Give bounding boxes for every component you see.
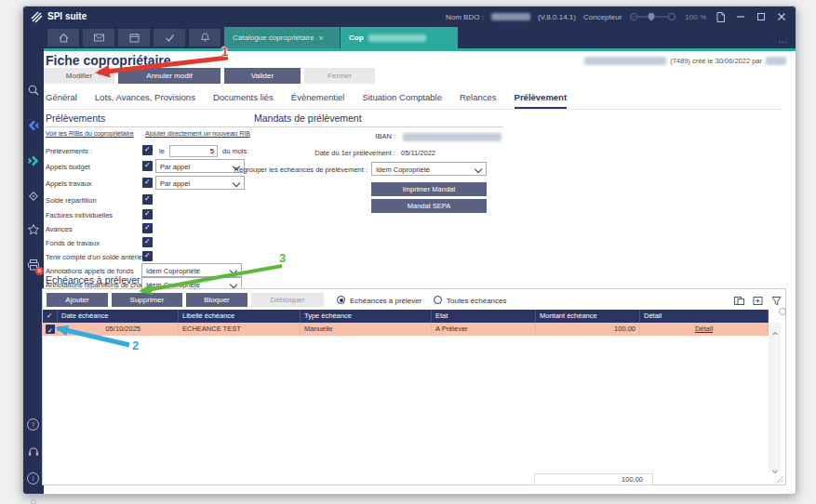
tab-prelevement[interactable]: Prélèvement [515,92,568,109]
prelevements-checkbox[interactable] [142,145,153,155]
search-icon[interactable] [27,84,40,97]
filter-funnel-icon[interactable] [770,294,783,306]
radio-echeances-a-prelever[interactable] [337,296,345,304]
calendar-icon[interactable] [118,29,150,46]
col-montant-echeance[interactable]: Montant échéance [536,310,640,323]
tab-documents-lies[interactable]: Documents liés [213,92,274,109]
nav-forward-icon[interactable] [27,154,40,167]
field-label: Prélèvements : [46,147,92,155]
col-check[interactable]: ✓ [43,310,58,323]
radio-echeances-a-prelever-label: Echéances à prélever [350,297,421,305]
page-title: Fiche copropriétaire [46,53,171,68]
tab-overflow-icon[interactable]: … [778,34,788,45]
row-checkbox[interactable] [46,325,55,334]
factures-individuelles-checkbox[interactable] [142,209,153,219]
col-libelle-echeance[interactable]: Libellé échéance [179,310,301,323]
diamond-icon[interactable] [27,190,40,203]
avances-checkbox[interactable] [142,223,153,233]
cell-etat: A Prélever [432,323,536,336]
fermer-button[interactable]: Fermer [304,68,375,84]
new-document-icon[interactable] [714,10,727,23]
echeances-heading: Echéances à prélever [46,274,140,285]
col-etat[interactable]: Etat [432,310,536,323]
col-detail[interactable]: Détail [640,310,769,323]
notifications-bell-icon[interactable] [189,29,221,46]
debloquer-button[interactable]: Débloquer [251,293,324,307]
user-icon[interactable] [27,497,40,504]
favorites-star-icon[interactable] [27,223,40,236]
chevron-down-icon [230,281,237,288]
tab-relances[interactable]: Relances [460,92,497,109]
echeances-grid: Ajouter Supprimer Bloquer Débloquer Eché… [42,288,786,485]
solde-anterieur-checkbox[interactable] [142,251,153,261]
day-prefix-label: le [159,147,165,155]
home-icon[interactable] [47,29,79,46]
radio-toutes-echeances[interactable] [434,296,442,304]
scrollbar-up-button[interactable] [771,325,779,332]
chevron-down-icon [233,179,240,187]
tab-lots-avances-provisions[interactable]: Lots, Avances, Provisions [95,92,195,109]
maximize-button[interactable] [755,10,768,23]
detail-link[interactable]: Détail [640,323,768,336]
cell-date: 05/10/2025 [58,323,179,336]
regroup-label: Regrouper les échéances de prélèvement : [142,166,368,174]
supprimer-button[interactable]: Supprimer [112,293,182,307]
mail-icon[interactable] [83,29,114,46]
nav-back-icon[interactable] [27,119,40,132]
help-icon[interactable]: ? [27,418,40,431]
printer-badge: 0 [35,267,44,275]
chevron-down-icon [230,267,237,274]
info-icon[interactable]: i [27,472,40,485]
export-columns-icon[interactable] [733,294,745,306]
view-ribs-link[interactable]: Voir les RIBs du copropriétaire [46,130,134,137]
minimize-button[interactable] [734,10,747,23]
zoom-slider[interactable] [629,11,677,22]
tab-close-icon[interactable]: × [319,33,324,43]
radio-toutes-echeances-label: Toutes échéances [447,297,507,305]
regroup-select[interactable]: Idem Copropriété [371,162,487,176]
tab-situation-comptable[interactable]: Situation Comptable [362,92,442,109]
scrollbar-down-button[interactable] [771,462,779,470]
tab-label: Cop [349,33,364,42]
annotations-appels-select[interactable]: Idem Copropriété [141,263,242,277]
table-row[interactable]: 05/10/2025 ECHEANCE TEST Manuelle A Prél… [43,323,769,336]
redacted-iban-value [403,133,502,141]
add-view-icon[interactable] [752,294,764,306]
record-created-text: (7489) créé le 30/06/2022 par [670,57,762,65]
record-meta: (7489) créé le 30/06/2022 par [584,57,786,65]
tab-catalogue-coproprietaire[interactable]: Catalogue copropriétaire × [224,27,340,48]
grid-info-icon[interactable] [779,308,786,315]
col-type-echeance[interactable]: Type échéance [301,310,432,323]
solde-repartition-checkbox[interactable] [142,194,153,205]
modifier-button[interactable]: Modifier [44,68,114,84]
appels-travaux-checkbox[interactable] [142,178,153,188]
ajouter-button[interactable]: Ajouter [47,293,108,307]
form-row-appels-travaux: Appels travaux Par appel [46,178,302,192]
app-window: SPI suite Nom BDO : (V.8.0.14.1) Concept… [22,6,796,495]
bloquer-button[interactable]: Bloquer [186,293,247,307]
tab-evenementiel[interactable]: Évènementiel [291,92,345,109]
tab-general[interactable]: Général [46,92,77,109]
imprimer-mandat-button[interactable]: Imprimer Mandat [371,182,487,196]
table-header: ✓ Date échéance Libellé échéance Type éc… [43,310,769,323]
form-row-avances: Avances [46,223,302,238]
vertical-scrollbar[interactable] [769,323,781,471]
tab-coproprietaire-active[interactable]: Cop [341,27,458,48]
tasks-check-icon[interactable] [154,29,185,46]
resize-grip[interactable] [776,475,784,484]
add-rib-link[interactable]: Ajouter directement un nouveau RIB [145,130,250,137]
fonds-travaux-checkbox[interactable] [142,237,153,247]
field-label: Solde répartition [46,196,97,205]
support-headset-icon[interactable] [27,445,40,458]
annuler-modif-button[interactable]: Annuler modif [118,68,221,84]
window-titlebar: SPI suite Nom BDO : (V.8.0.14.1) Concept… [23,7,796,27]
col-date-echeance[interactable]: Date échéance [58,310,179,323]
tab-label: Catalogue copropriétaire [233,33,314,42]
appels-travaux-select[interactable]: Par appel [155,176,245,190]
printer-icon[interactable]: 0 [27,259,40,272]
valider-button[interactable]: Valider [224,68,301,84]
close-button[interactable] [775,10,788,23]
cell-libelle: ECHEANCE TEST [179,323,301,336]
field-label: Fonds de travaux [46,239,100,247]
mandat-sepa-button[interactable]: Mandat SEPA [371,199,487,213]
